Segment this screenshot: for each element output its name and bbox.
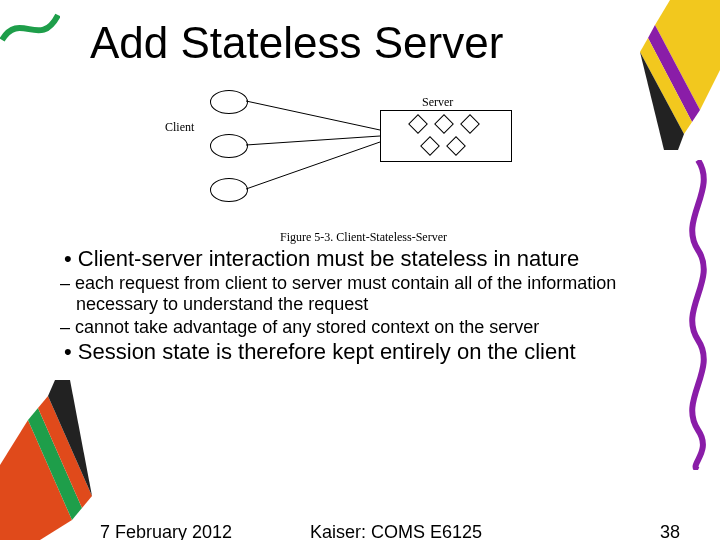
- crayon-art-bottom-left: [0, 380, 110, 540]
- svg-marker-1: [648, 25, 700, 122]
- diamond-icon: [460, 114, 480, 134]
- svg-marker-3: [640, 52, 684, 150]
- squiggle-art-top-left: [0, 0, 60, 50]
- server-box-icon: [380, 110, 512, 162]
- diamond-icon: [420, 136, 440, 156]
- diamond-icon: [434, 114, 454, 134]
- slide: Add Stateless Server Client Server Figur…: [0, 0, 720, 540]
- footer-page-number: 38: [660, 522, 680, 540]
- crayon-art-top-right: [600, 0, 720, 150]
- bullet-item: Session state is therefore kept entirely…: [60, 339, 670, 364]
- svg-marker-7: [48, 380, 92, 496]
- figure-client-stateless-server: Client Server Figure 5-3. Client-Statele…: [160, 90, 540, 240]
- svg-line-8: [246, 101, 380, 130]
- slide-title: Add Stateless Server: [90, 18, 503, 68]
- svg-marker-5: [28, 408, 82, 520]
- sub-bullet-item: cannot take advantage of any stored cont…: [60, 317, 670, 338]
- diamond-icon: [408, 114, 428, 134]
- svg-marker-2: [640, 38, 692, 134]
- svg-marker-6: [38, 396, 92, 508]
- bullet-list: Client-server interaction must be statel…: [60, 246, 670, 367]
- sub-bullet-item: each request from client to server must …: [60, 273, 670, 314]
- footer-date: 7 February 2012: [100, 522, 232, 540]
- figure-caption: Figure 5-3. Client-Stateless-Server: [280, 230, 447, 245]
- svg-marker-4: [0, 420, 72, 540]
- squiggle-art-right: [678, 160, 718, 470]
- svg-marker-0: [655, 0, 720, 110]
- bullet-item: Client-server interaction must be statel…: [60, 246, 670, 271]
- footer-center: Kaiser: COMS E6125: [310, 522, 482, 540]
- svg-line-10: [246, 142, 380, 189]
- svg-line-9: [246, 136, 380, 145]
- diamond-icon: [446, 136, 466, 156]
